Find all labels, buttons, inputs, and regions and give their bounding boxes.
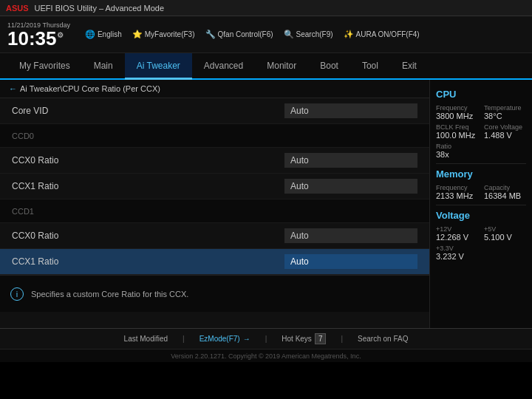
voltage-5v-value: 5.100 V	[484, 233, 526, 242]
memory-voltage-divider	[436, 205, 526, 205]
voltage-33v-cell: +3.3V 3.232 V	[436, 245, 526, 261]
hardware-monitor-panel: CPU Frequency 3800 MHz Temperature 38°C …	[430, 80, 532, 328]
qfan-label: Qfan Control(F6)	[218, 30, 273, 38]
asus-logo: ASUS	[6, 4, 29, 13]
cpu-temperature-cell: Temperature 38°C	[484, 104, 526, 120]
cpu-voltage-label: Core Voltage	[484, 123, 526, 131]
utility-language[interactable]: 🌐 English	[85, 30, 122, 39]
voltage-33-row: +3.3V 3.232 V	[436, 245, 526, 261]
cpu-frequency-label: Frequency	[436, 104, 478, 112]
memory-row: Frequency 2133 MHz Capacity 16384 MB	[436, 184, 526, 200]
cpu-ratio-row: Ratio 38x	[436, 143, 526, 159]
language-label: English	[98, 30, 122, 38]
ccd1-ccx1-value[interactable]: Auto	[284, 254, 417, 269]
ccd0-ccx0-value[interactable]: Auto	[284, 153, 417, 168]
main-area: ← Ai Tweaker\CPU Core Ratio (Per CCX) Co…	[0, 80, 532, 328]
ccd0-ccx1-label: CCX1 Ratio	[12, 181, 284, 191]
sep2: |	[265, 335, 267, 343]
back-arrow-icon[interactable]: ←	[9, 84, 17, 93]
ezmode-label: EzMode(F7)	[200, 335, 240, 343]
ccd1-ccx1-label: CCX1 Ratio	[12, 256, 284, 267]
voltage-12-5-row: +12V 12.268 V +5V 5.100 V	[436, 225, 526, 242]
tab-advanced[interactable]: Advanced	[192, 53, 255, 80]
time: 10:35⚙	[7, 29, 70, 48]
sep3: |	[341, 335, 343, 343]
voltage-5v-cell: +5V 5.100 V	[484, 225, 526, 242]
sep1: |	[183, 335, 185, 343]
cpu-frequency-value: 3800 MHz	[436, 112, 478, 120]
memory-capacity-cell: Capacity 16384 MB	[484, 184, 526, 200]
cpu-bclk-voltage-row: BCLK Freq 100.0 MHz Core Voltage 1.488 V	[436, 123, 526, 140]
info-bar: i Specifies a custom Core Ratio for this…	[0, 275, 429, 312]
ccd0-label: CCD0	[12, 132, 417, 140]
setting-core-vid[interactable]: Core VID Auto	[0, 98, 429, 124]
utilities-bar: 🌐 English ⭐ MyFavorite(F3) 🔧 Qfan Contro…	[85, 30, 420, 39]
search-icon: 🔍	[284, 30, 294, 39]
settings-panel: ← Ai Tweaker\CPU Core Ratio (Per CCX) Co…	[0, 80, 430, 328]
ccd0-ccx0-ratio[interactable]: CCX0 Ratio Auto	[0, 148, 429, 174]
info-icon: i	[10, 287, 24, 301]
ccd1-label: CCD1	[12, 207, 417, 216]
fan-icon: 🔧	[205, 30, 216, 39]
tab-exit[interactable]: Exit	[390, 53, 429, 80]
cpu-ratio-cell: Ratio 38x	[436, 143, 526, 159]
search-faq-item[interactable]: Search on FAQ	[358, 335, 408, 343]
copyright-text: Version 2.20.1271. Copyright © 2019 Amer…	[171, 352, 361, 360]
bios-title: UEFI BIOS Utility – Advanced Mode	[35, 4, 164, 13]
ccd0-ccx1-value[interactable]: Auto	[284, 179, 417, 194]
ccd1-ccx0-value[interactable]: Auto	[284, 228, 417, 243]
cpu-bclk-cell: BCLK Freq 100.0 MHz	[436, 123, 478, 140]
hotkeys-item: Hot Keys 7	[282, 333, 326, 344]
ccd0-ccx1-ratio[interactable]: CCX1 Ratio Auto	[0, 174, 429, 200]
tab-my-favorites[interactable]: My Favorites	[7, 53, 82, 80]
memory-capacity-value: 16384 MB	[484, 191, 526, 200]
language-icon: 🌐	[85, 30, 95, 39]
core-vid-value[interactable]: Auto	[284, 103, 417, 118]
cpu-freq-temp-row: Frequency 3800 MHz Temperature 38°C	[436, 104, 526, 120]
cpu-bclk-label: BCLK Freq	[436, 123, 478, 131]
cpu-ratio-label: Ratio	[436, 143, 526, 150]
ezmode-item[interactable]: EzMode(F7) →	[200, 335, 250, 343]
ccd1-ccx0-ratio[interactable]: CCX0 Ratio Auto	[0, 223, 429, 249]
tab-boot[interactable]: Boot	[308, 53, 350, 80]
voltage-12v-cell: +12V 12.268 V	[436, 225, 478, 242]
cpu-temperature-value: 38°C	[484, 112, 526, 120]
datetime: 11/21/2019 Thursday 10:35⚙	[7, 21, 70, 48]
favorite-icon: ⭐	[132, 30, 143, 39]
cpu-section-title: CPU	[436, 89, 526, 100]
utility-search[interactable]: 🔍 Search(F9)	[284, 30, 333, 39]
ccd1-ccx1-ratio[interactable]: CCX1 Ratio Auto	[0, 249, 429, 275]
breadcrumb: ← Ai Tweaker\CPU Core Ratio (Per CCX)	[0, 80, 429, 98]
search-label: Search(F9)	[296, 30, 333, 38]
tab-monitor[interactable]: Monitor	[255, 53, 308, 80]
aura-label: AURA ON/OFF(F4)	[356, 30, 420, 38]
cpu-bclk-value: 100.0 MHz	[436, 131, 478, 140]
memory-frequency-label: Frequency	[436, 184, 478, 191]
last-modified-label: Last Modified	[124, 335, 168, 343]
breadcrumb-path: Ai Tweaker\CPU Core Ratio (Per CCX)	[20, 84, 160, 93]
memory-frequency-cell: Frequency 2133 MHz	[436, 184, 478, 200]
utility-myfavorite[interactable]: ⭐ MyFavorite(F3)	[132, 30, 195, 39]
tab-tool[interactable]: Tool	[350, 53, 390, 80]
tab-ai-tweaker[interactable]: Ai Tweaker	[125, 53, 192, 80]
hotkeys-key-badge[interactable]: 7	[315, 333, 327, 344]
ccd1-header: CCD1	[0, 200, 429, 223]
utility-aura[interactable]: ✨ AURA ON/OFF(F4)	[344, 30, 420, 39]
voltage-33v-value: 3.232 V	[436, 252, 526, 261]
memory-section-title: Memory	[436, 168, 526, 180]
time-gear-icon[interactable]: ⚙	[57, 31, 64, 39]
cpu-memory-divider	[436, 163, 526, 164]
settings-list: Core VID Auto CCD0 CCX0 Ratio Auto CCX1 …	[0, 98, 429, 275]
tab-main[interactable]: Main	[82, 53, 125, 80]
utility-qfan[interactable]: 🔧 Qfan Control(F6)	[205, 30, 273, 39]
memory-capacity-label: Capacity	[484, 184, 526, 191]
last-modified-item: Last Modified	[124, 335, 168, 343]
bottom-bar: Last Modified | EzMode(F7) → | Hot Keys …	[0, 328, 532, 349]
voltage-33v-label: +3.3V	[436, 245, 526, 252]
voltage-12v-label: +12V	[436, 225, 478, 233]
hotkeys-label: Hot Keys	[282, 335, 312, 343]
cpu-frequency-cell: Frequency 3800 MHz	[436, 104, 478, 120]
info-text: Specifies a custom Core Ratio for this C…	[31, 290, 188, 299]
cpu-voltage-cell: Core Voltage 1.488 V	[484, 123, 526, 140]
cpu-voltage-value: 1.488 V	[484, 131, 526, 140]
